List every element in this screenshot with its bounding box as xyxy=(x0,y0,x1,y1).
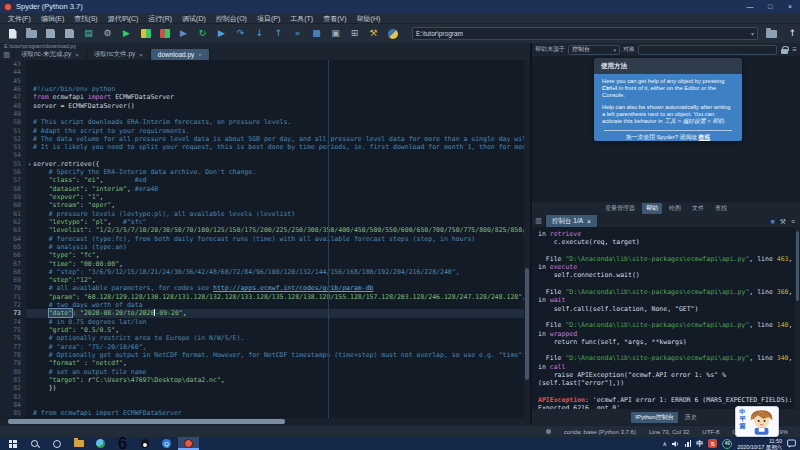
file-explorer-icon[interactable] xyxy=(68,437,89,450)
fold-marker-icon xyxy=(26,201,33,209)
fold-marker-icon xyxy=(26,168,33,176)
maximize-pane-icon[interactable]: ⊞ xyxy=(347,26,362,41)
close-tab-icon[interactable]: × xyxy=(198,52,202,58)
interrupt-kernel-icon[interactable]: ■ xyxy=(770,218,774,225)
code-token: , xyxy=(221,376,225,384)
run-cell-advance-icon[interactable] xyxy=(157,26,172,41)
editor-horizontal-scrollbar[interactable] xyxy=(0,418,530,425)
working-directory-combo[interactable]: E:\tutor\program ▾ xyxy=(412,27,758,40)
search-icon[interactable] xyxy=(24,437,45,450)
editor-tab[interactable]: 读取nc-未完成.py× xyxy=(14,49,87,60)
working-directory-value: E:\tutor\program xyxy=(416,30,463,37)
pane-tab-查找[interactable]: 查找 xyxy=(711,203,731,214)
maximize-button[interactable]: □ xyxy=(760,0,780,13)
pane-tab-绘图[interactable]: 绘图 xyxy=(665,203,685,214)
taskbar-clock[interactable]: 11:50 2020/10/17 星期六 xyxy=(737,438,782,450)
run-selection-icon[interactable]: ▶ xyxy=(176,26,191,41)
close-tab-icon[interactable]: × xyxy=(587,218,591,225)
menu-item[interactable]: 控制台(O) xyxy=(211,13,252,24)
console-tab[interactable]: 控制台 1/A × xyxy=(546,215,597,227)
preferences-gear-icon[interactable]: ⚙ xyxy=(100,26,115,41)
tools-wrench-icon[interactable]: ⚒ xyxy=(366,26,381,41)
code-token: execute xyxy=(550,263,577,271)
ime-language-indicator[interactable]: 中 xyxy=(696,439,703,449)
python-env-icon[interactable] xyxy=(385,26,400,41)
minimize-button[interactable]: — xyxy=(740,0,760,13)
menu-item[interactable]: 查看(V) xyxy=(318,13,351,24)
code-token: : xyxy=(76,293,84,301)
close-button[interactable]: × xyxy=(780,0,800,13)
new-file-icon[interactable] xyxy=(5,26,20,41)
menu-item[interactable]: 文件(F) xyxy=(3,13,36,24)
tray-chevron-up-icon[interactable]: ∧ xyxy=(662,440,666,447)
lock-icon[interactable] xyxy=(781,46,788,54)
save-all-icon[interactable] xyxy=(62,26,77,41)
help-object-input[interactable] xyxy=(638,45,777,55)
speaker-icon[interactable] xyxy=(672,440,680,448)
help-options-menu-icon[interactable]: ≡ xyxy=(792,46,797,54)
editor-tab[interactable]: 读取nc文件.py× xyxy=(87,49,151,60)
stop-debug-icon[interactable]: ■ xyxy=(309,26,324,41)
start-button[interactable] xyxy=(2,437,23,450)
console-tools-icon[interactable]: ⚒ xyxy=(780,218,786,225)
quark-icon[interactable]: Q xyxy=(156,437,177,450)
rerun-icon[interactable]: ↻ xyxy=(195,26,210,41)
console-line: (self.last["error"],)) xyxy=(538,379,800,387)
line-number: 49 xyxy=(0,110,26,118)
browse-tabs-icon[interactable]: ▥ xyxy=(0,49,14,60)
run-cell-icon[interactable] xyxy=(138,26,153,41)
search-icon xyxy=(31,440,38,447)
open-project-icon[interactable] xyxy=(764,26,779,41)
debug-icon[interactable]: ▶ xyxy=(214,26,229,41)
pane-tab-IPython控制台[interactable]: IPython控制台 xyxy=(631,412,677,423)
run-icon[interactable]: ▶ xyxy=(119,26,134,41)
code-text: # Specify the ERA-Interim data archive. … xyxy=(33,168,256,176)
console-options-menu-icon[interactable]: ≡ xyxy=(791,218,795,225)
continue-icon[interactable]: » xyxy=(290,26,305,41)
editor-tab[interactable]: download.py× xyxy=(151,49,210,60)
step-into-icon[interactable]: ↓ xyxy=(252,26,267,41)
step-icon[interactable]: ↷ xyxy=(233,26,248,41)
browse-tabs-icon[interactable]: ▥ xyxy=(532,216,546,227)
menu-item[interactable]: 帮助(H) xyxy=(352,13,386,24)
menu-item[interactable]: 查找(S) xyxy=(69,13,102,24)
menu-item[interactable]: 项目(P) xyxy=(252,13,285,24)
browser-globe-icon[interactable] xyxy=(90,437,111,450)
new-window-icon[interactable]: ▣ xyxy=(328,26,343,41)
pane-tab-文件[interactable]: 文件 xyxy=(688,203,708,214)
pane-tab-帮助[interactable]: 帮助 xyxy=(642,203,662,214)
code-text: # from ecmwfapi import ECMWFDataServer xyxy=(33,409,182,417)
help-source-combo[interactable]: 控制台 ▾ xyxy=(568,45,620,55)
file-switcher-icon[interactable]: ▤ xyxy=(81,26,96,41)
action-center-icon[interactable] xyxy=(787,439,796,448)
console-scrollbar[interactable] xyxy=(795,227,800,409)
close-tab-icon[interactable]: × xyxy=(139,52,143,58)
save-icon[interactable] xyxy=(43,26,58,41)
menu-item[interactable]: 源代码(C) xyxy=(103,13,144,24)
qq-icon[interactable] xyxy=(134,437,155,450)
browser-360-icon[interactable]: 6 xyxy=(112,437,133,450)
step-return-icon[interactable]: ↑ xyxy=(271,26,286,41)
menu-item[interactable]: 运行(R) xyxy=(143,13,177,24)
code-line: 78 # Optionally get output in NetCDF for… xyxy=(0,351,530,359)
line-number: 76 xyxy=(0,334,26,342)
pane-tab-历史[interactable]: 历史 xyxy=(681,412,701,423)
code-editor[interactable]: 43444546#!/usr/bin/env python47from ecmw… xyxy=(0,60,530,418)
line-number: 62 xyxy=(0,218,26,226)
menu-item[interactable]: 调试(D) xyxy=(177,13,211,24)
menu-item[interactable]: 编辑(E) xyxy=(36,13,69,24)
network-icon[interactable] xyxy=(685,440,692,447)
code-line: 61 # pressure levels (levtype:pl), all a… xyxy=(0,210,530,218)
new-file-icon xyxy=(9,29,17,39)
sogou-input-icon[interactable]: S xyxy=(708,439,717,448)
ipython-console-output[interactable]: in retrieve c.execute(req, target) File … xyxy=(532,227,800,409)
pane-tab-变量管理器[interactable]: 变量管理器 xyxy=(601,203,639,214)
menu-item[interactable]: 工具(T) xyxy=(285,13,318,24)
console-tab-bar: ▥ 控制台 1/A × ■ ⚒ ≡ xyxy=(532,215,800,227)
close-tab-icon[interactable]: × xyxy=(75,52,79,58)
up-directory-icon[interactable]: ↑ xyxy=(785,26,800,41)
spyder-taskbar-icon[interactable] xyxy=(178,437,199,450)
memory-ball-icon[interactable]: 49 xyxy=(722,439,732,449)
open-file-icon[interactable] xyxy=(24,26,39,41)
cortana-icon[interactable] xyxy=(46,437,67,450)
